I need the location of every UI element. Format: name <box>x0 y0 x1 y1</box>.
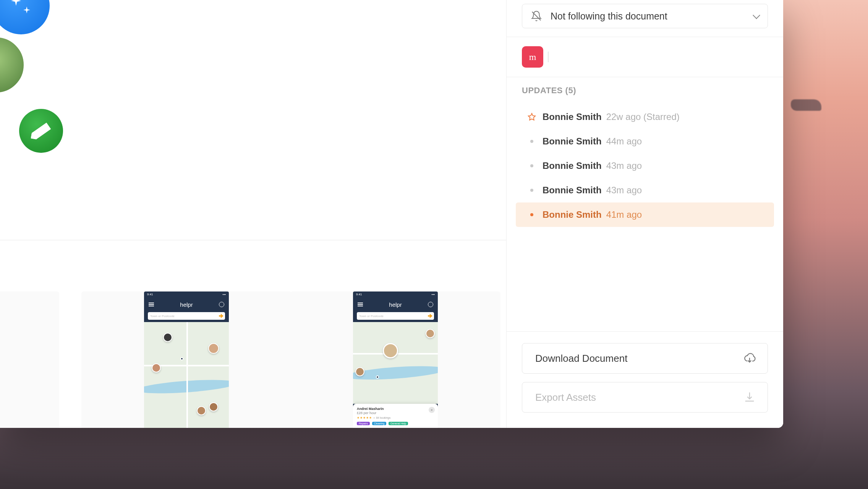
bullet-icon <box>530 164 533 167</box>
bullet-icon <box>530 140 533 143</box>
tag-pill: General Help <box>389 422 408 425</box>
app-title: helpr <box>180 301 193 308</box>
download-document-button[interactable]: Download Document <box>522 343 768 374</box>
helper-bookings: 84 bookings <box>376 416 390 419</box>
action-buttons: Download Document Export Assets <box>507 331 783 428</box>
app-title: helpr <box>389 301 402 308</box>
phone-header: helpr <box>144 297 229 312</box>
download-icon <box>743 391 756 404</box>
helper-name: Andrei Masharin <box>357 407 434 411</box>
chevron-down-icon <box>753 11 760 19</box>
integrations-row: m <box>507 37 783 77</box>
phone-status-bar: 9:41••• <box>144 291 229 297</box>
profile-icon <box>428 302 433 307</box>
updates-heading: UPDATES (5) <box>507 77 783 102</box>
integration-app-badge[interactable]: m <box>522 46 543 68</box>
update-time: 43m ago <box>606 185 642 196</box>
cloud-download-icon <box>743 352 756 365</box>
update-time: 43m ago <box>606 160 642 171</box>
update-row[interactable]: Bonnie Smith 22w ago (Starred) <box>516 105 774 129</box>
profile-icon <box>219 302 224 307</box>
tag-pill: Repairs <box>357 422 370 425</box>
bullet-icon <box>530 213 533 216</box>
brush-badge-icon <box>19 109 63 153</box>
phone-status-bar: 9:41••• <box>353 291 438 297</box>
tag-pill: Cleaning <box>372 422 387 425</box>
update-row[interactable]: Bonnie Smith 43m ago <box>516 178 774 202</box>
update-time: 44m ago <box>606 136 642 147</box>
sparkle-badge-icon <box>0 0 50 34</box>
artboard-thumb[interactable]: 9:41••• helpr Town or Postcode <box>0 291 59 428</box>
helper-card: × Andrei Masharin £28 per hour ★★★★★ • 8… <box>353 404 438 428</box>
update-user: Bonnie Smith <box>542 136 602 147</box>
menu-icon <box>358 304 363 305</box>
update-user: Bonnie Smith <box>542 112 602 122</box>
svg-marker-1 <box>528 113 535 120</box>
update-user: Bonnie Smith <box>542 185 602 196</box>
bullet-icon <box>530 189 533 192</box>
artboard-thumb[interactable]: 9:41••• helpr Town or Postcode <box>290 291 500 428</box>
separator <box>548 52 549 62</box>
update-row[interactable]: Bonnie Smith 44m ago <box>516 129 774 154</box>
update-row[interactable]: Bonnie Smith 43m ago <box>516 154 774 178</box>
update-user: Bonnie Smith <box>542 160 602 171</box>
close-icon: × <box>429 407 435 413</box>
follow-dropdown[interactable]: Not following this document <box>522 4 768 28</box>
update-time: 41m ago <box>606 209 642 220</box>
bell-off-icon <box>531 10 542 22</box>
export-assets-button[interactable]: Export Assets <box>522 382 768 413</box>
locate-icon <box>428 314 432 318</box>
menu-icon <box>149 304 154 305</box>
update-row[interactable]: Bonnie Smith 41m ago <box>516 202 774 227</box>
helper-rate: £28 per hour <box>357 411 434 415</box>
app-window: 9:41••• helpr Town or Postcode <box>0 0 783 428</box>
phone-header: helpr <box>353 297 438 312</box>
artboard-thumb[interactable]: 9:41••• helpr Town or Postcode <box>81 291 291 428</box>
document-side-panel: Not following this document m UPDATES (5… <box>506 0 783 428</box>
locate-icon <box>219 314 223 318</box>
canvas-area[interactable]: 9:41••• helpr Town or Postcode <box>0 0 506 428</box>
update-user: Bonnie Smith <box>542 209 602 220</box>
phone-map <box>144 322 229 428</box>
star-rating-icon: ★★★★★ <box>357 416 372 419</box>
phone-search: Town or Postcode <box>357 312 434 320</box>
follow-label: Not following this document <box>551 11 667 22</box>
updates-list: Bonnie Smith 22w ago (Starred) Bonnie Sm… <box>507 102 783 231</box>
phone-search: Town or Postcode <box>148 312 225 320</box>
update-time: 22w ago (Starred) <box>606 112 680 122</box>
star-icon <box>528 113 536 121</box>
phone-map <box>353 322 438 404</box>
user-photo-badge <box>0 34 27 96</box>
section-divider <box>0 240 506 240</box>
